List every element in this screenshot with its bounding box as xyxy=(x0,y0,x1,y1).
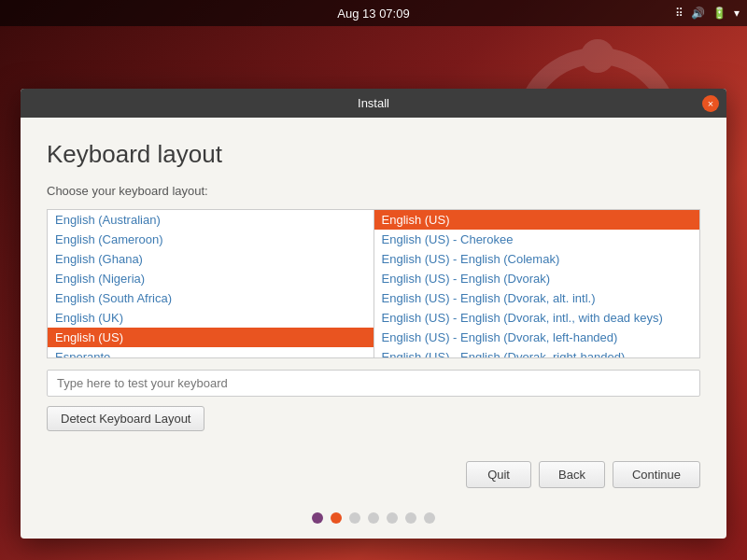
list-item[interactable]: English (UK) xyxy=(48,308,374,328)
sound-icon: 🔊 xyxy=(691,7,705,20)
quit-button[interactable]: Quit xyxy=(466,461,531,488)
datetime-label: Aug 13 07:09 xyxy=(337,7,409,21)
progress-dot-4 xyxy=(387,512,398,524)
list-item[interactable]: English (South Africa) xyxy=(48,288,374,308)
dialog-titlebar: Install × xyxy=(21,89,726,118)
desktop-background: Aug 13 07:09 ⠿ 🔊 🔋 ▾ Install × Keyboard … xyxy=(0,0,747,560)
close-button[interactable]: × xyxy=(702,95,719,112)
detect-keyboard-button[interactable]: Detect Keyboard Layout xyxy=(47,406,204,431)
dialog-footer: Quit Back Continue xyxy=(21,450,726,503)
dialog-title: Install xyxy=(358,96,389,110)
list-item[interactable]: English (US) - English (Dvorak) xyxy=(374,269,700,288)
progress-dot-3 xyxy=(368,512,379,524)
list-item[interactable]: English (Ghana) xyxy=(48,249,374,269)
list-item[interactable]: English (US) - English (Dvorak, right-ha… xyxy=(374,347,700,358)
list-item[interactable]: English (US) xyxy=(374,210,700,230)
list-item[interactable]: English (Nigeria) xyxy=(48,269,374,288)
list-item[interactable]: English (Australian) xyxy=(48,210,374,230)
panel-right-icons: ⠿ 🔊 🔋 ▾ xyxy=(675,7,740,20)
progress-dot-2 xyxy=(349,512,360,524)
list-item[interactable]: English (US) - English (Colemak) xyxy=(374,249,700,269)
progress-dot-5 xyxy=(405,512,416,524)
list-item[interactable]: English (US) xyxy=(48,328,374,347)
page-title: Keyboard layout xyxy=(47,140,700,169)
list-item[interactable]: English (US) - Cherokee xyxy=(374,230,700,249)
progress-dot-1 xyxy=(331,512,342,524)
list-item[interactable]: English (Cameroon) xyxy=(48,230,374,249)
menu-icon: ▾ xyxy=(734,7,740,20)
battery-icon: 🔋 xyxy=(712,7,726,20)
network-icon: ⠿ xyxy=(675,7,684,20)
list-item[interactable]: English (US) - English (Dvorak, alt. int… xyxy=(374,288,700,308)
svg-point-1 xyxy=(581,39,614,73)
list-item[interactable]: English (US) - English (Dvorak, intl., w… xyxy=(374,308,700,328)
keyboard-test-input[interactable] xyxy=(47,370,700,397)
subtitle: Choose your keyboard layout: xyxy=(47,184,700,198)
install-dialog: Install × Keyboard layout Choose your ke… xyxy=(21,89,726,539)
dialog-content: Keyboard layout Choose your keyboard lay… xyxy=(21,118,726,450)
list-item[interactable]: Esperanto xyxy=(48,347,374,358)
keyboard-lists: English (Australian)English (Cameroon)En… xyxy=(47,209,700,358)
continue-button[interactable]: Continue xyxy=(613,461,700,488)
progress-dot-0 xyxy=(312,512,323,524)
back-button[interactable]: Back xyxy=(539,461,605,488)
top-panel: Aug 13 07:09 ⠿ 🔊 🔋 ▾ xyxy=(0,0,747,26)
language-list[interactable]: English (Australian)English (Cameroon)En… xyxy=(47,209,374,358)
variant-list[interactable]: English (US)English (US) - CherokeeEngli… xyxy=(374,209,701,358)
progress-dots xyxy=(21,503,726,539)
list-item[interactable]: English (US) - English (Dvorak, left-han… xyxy=(374,328,700,347)
progress-dot-6 xyxy=(424,512,435,524)
